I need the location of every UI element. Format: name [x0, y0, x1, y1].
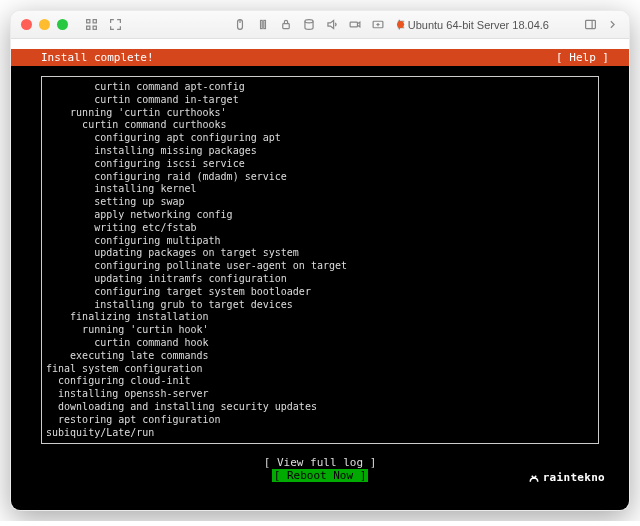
log-line: writing etc/fstab [46, 222, 590, 235]
log-line: updating initramfs configuration [46, 273, 590, 286]
log-line: final system configuration [46, 363, 590, 376]
toolbar-left-icons [84, 18, 122, 32]
log-line: setting up swap [46, 196, 590, 209]
toolbar-right-icons [583, 18, 619, 32]
log-line: curtin command hook [46, 337, 590, 350]
svg-rect-0 [86, 20, 89, 23]
log-line: configuring pollinate user-agent on targ… [46, 260, 590, 273]
svg-point-9 [304, 20, 312, 23]
terminal-content: Install complete! [ Help ] curtin comman… [11, 49, 629, 510]
log-line: installing openssh-server [46, 388, 590, 401]
log-line: running 'curtin curthooks' [46, 107, 590, 120]
svg-rect-12 [585, 20, 595, 28]
svg-rect-10 [350, 22, 357, 27]
log-line: installing grub to target devices [46, 299, 590, 312]
log-line: configuring apt configuring apt [46, 132, 590, 145]
logo-icon [528, 472, 540, 484]
mouse-icon[interactable] [233, 18, 247, 32]
close-icon[interactable] [21, 19, 32, 30]
log-line: finalizing installation [46, 311, 590, 324]
installer-header: Install complete! [ Help ] [11, 49, 629, 66]
log-line: downloading and installing security upda… [46, 401, 590, 414]
view-full-log-button[interactable]: [ View full log ] [11, 456, 629, 469]
log-line: configuring multipath [46, 235, 590, 248]
zoom-icon[interactable] [57, 19, 68, 30]
log-line: executing late commands [46, 350, 590, 363]
traffic-lights [21, 19, 68, 30]
log-output: curtin command apt-config curtin command… [41, 76, 599, 444]
minimize-icon[interactable] [39, 19, 50, 30]
log-line: curtin command apt-config [46, 81, 590, 94]
toolbar-center-icons [233, 18, 408, 32]
chevron-right-icon[interactable] [605, 18, 619, 32]
log-line: configuring target system bootloader [46, 286, 590, 299]
log-line: restoring apt configuration [46, 414, 590, 427]
help-button[interactable]: [ Help ] [556, 51, 609, 64]
lock-icon[interactable] [279, 18, 293, 32]
log-line: curtin command in-target [46, 94, 590, 107]
log-line: curtin command curthooks [46, 119, 590, 132]
expand-icon[interactable] [108, 18, 122, 32]
titlebar: Ubuntu 64-bit Server 18.04.6 [11, 11, 629, 39]
svg-rect-2 [86, 26, 89, 29]
log-line: installing missing packages [46, 145, 590, 158]
svg-rect-3 [93, 26, 96, 29]
svg-rect-8 [282, 24, 289, 29]
log-line: configuring raid (mdadm) service [46, 171, 590, 184]
layout-icon[interactable] [583, 18, 597, 32]
svg-rect-7 [263, 20, 265, 28]
window-title-text: Ubuntu 64-bit Server 18.04.6 [408, 19, 549, 31]
log-line: updating packages on target system [46, 247, 590, 260]
share-icon[interactable] [371, 18, 385, 32]
log-line: subiquity/Late/run [46, 427, 590, 440]
pause-icon[interactable] [256, 18, 270, 32]
camera-icon[interactable] [348, 18, 362, 32]
grid-icon[interactable] [84, 18, 98, 32]
ubuntu-icon [397, 21, 404, 28]
footer-actions: [ View full log ] [ Reboot Now ] raintek… [11, 450, 629, 510]
log-line: installing kernel [46, 183, 590, 196]
status-title: Install complete! [41, 51, 154, 64]
svg-rect-6 [260, 20, 262, 28]
reboot-now-button[interactable]: [ Reboot Now ] [272, 469, 369, 482]
log-line: configuring cloud-init [46, 375, 590, 388]
log-line: apply networking config [46, 209, 590, 222]
volume-icon[interactable] [325, 18, 339, 32]
watermark-text: raintekno [543, 471, 605, 484]
window-title: Ubuntu 64-bit Server 18.04.6 [397, 19, 549, 31]
app-window: Ubuntu 64-bit Server 18.04.6 Install com… [10, 10, 630, 511]
log-line: running 'curtin hook' [46, 324, 590, 337]
log-line: configuring iscsi service [46, 158, 590, 171]
watermark: raintekno [528, 471, 605, 484]
drive-icon[interactable] [302, 18, 316, 32]
svg-rect-1 [93, 20, 96, 23]
